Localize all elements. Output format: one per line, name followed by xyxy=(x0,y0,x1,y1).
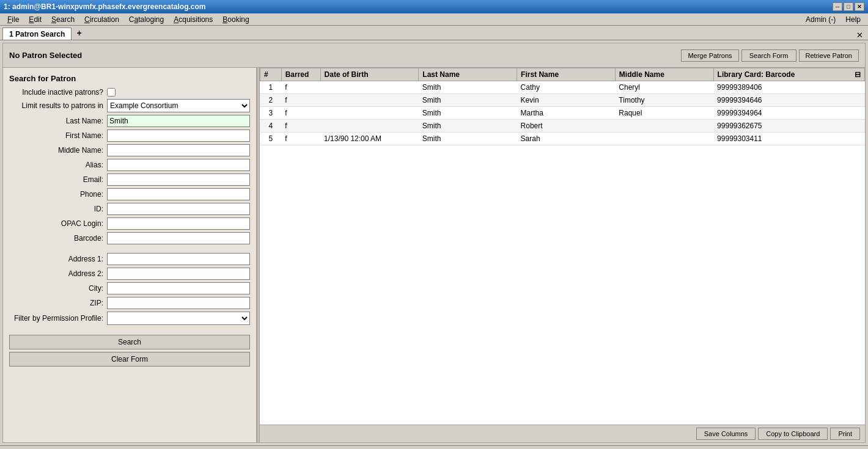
cell-barred: f xyxy=(281,133,320,145)
cell-barred: f xyxy=(281,120,320,133)
cell-barcode: 99999389406 xyxy=(713,81,864,94)
results-table: # Barred Date of Birth Last Name First N… xyxy=(260,68,865,145)
address1-input[interactable] xyxy=(107,253,250,265)
form-row-id: ID: xyxy=(9,203,250,215)
permission-select[interactable] xyxy=(107,312,250,325)
form-row-barcode: Barcode: xyxy=(9,232,250,244)
table-row[interactable]: 2 f Smith Kevin Timothy 99999394646 xyxy=(260,94,865,107)
top-bar-buttons: Merge Patrons Search Form Retrieve Patro… xyxy=(681,49,859,62)
label-opac: OPAC Login: xyxy=(9,219,107,228)
cell-num: 3 xyxy=(260,107,282,120)
title-bar: 1: admin@BR1-winxpvmfx.phasefx.evergreen… xyxy=(0,0,868,13)
col-header-firstname: First Name xyxy=(517,68,616,81)
cell-num: 1 xyxy=(260,81,282,94)
form-row-zip: ZIP: xyxy=(9,297,250,309)
limit-select[interactable]: Example Consortium xyxy=(107,99,250,112)
tab-label: 1 Patron Search xyxy=(9,30,65,38)
opac-login-input[interactable] xyxy=(107,217,250,230)
label-city: City: xyxy=(9,284,107,293)
form-row-city: City: xyxy=(9,282,250,294)
label-id: ID: xyxy=(9,205,107,213)
form-row-address2: Address 2: xyxy=(9,268,250,280)
tab-add-button[interactable]: + xyxy=(73,27,85,39)
top-bar: No Patron Selected Merge Patrons Search … xyxy=(3,43,865,68)
cell-barcode: 99999394964 xyxy=(713,107,864,120)
copy-clipboard-button[interactable]: Copy to Clipboard xyxy=(758,428,828,440)
last-name-input[interactable] xyxy=(107,115,250,127)
address2-input[interactable] xyxy=(107,268,250,280)
label-zip: ZIP: xyxy=(9,299,107,307)
menu-edit[interactable]: Edit xyxy=(24,14,46,25)
menu-circulation[interactable]: Circulation xyxy=(79,14,124,25)
zip-input[interactable] xyxy=(107,297,250,309)
search-panel-title: Search for Patron xyxy=(9,74,250,83)
email-input[interactable] xyxy=(107,173,250,186)
results-panel: # Barred Date of Birth Last Name First N… xyxy=(260,68,865,442)
inactive-checkbox[interactable] xyxy=(107,88,116,97)
label-phone: Phone: xyxy=(9,190,107,199)
help-link[interactable]: Help xyxy=(845,15,861,24)
admin-link[interactable]: Admin (-) xyxy=(806,15,836,24)
tab-patron-search[interactable]: 1 Patron Search xyxy=(2,27,72,40)
print-button[interactable]: Print xyxy=(830,428,860,440)
cell-firstname: Robert xyxy=(517,120,616,133)
table-row[interactable]: 5 f 1/13/90 12:00 AM Smith Sarah 9999930… xyxy=(260,133,865,145)
col-header-num: # xyxy=(260,68,282,81)
menu-cataloging[interactable]: Cataloging xyxy=(124,14,169,25)
alias-input[interactable] xyxy=(107,159,250,171)
retrieve-patron-button[interactable]: Retrieve Patron xyxy=(799,49,859,62)
city-input[interactable] xyxy=(107,282,250,294)
form-row-inactive: Include inactive patrons? xyxy=(9,88,250,97)
col-resize-icon[interactable]: ⊟ xyxy=(855,70,861,79)
minimize-button[interactable]: ─ xyxy=(833,2,842,11)
merge-patrons-button[interactable]: Merge Patrons xyxy=(681,49,738,62)
main-content: No Patron Selected Merge Patrons Search … xyxy=(2,43,866,443)
results-body: 1 f Smith Cathy Cheryl 99999389406 2 f S… xyxy=(260,81,865,145)
table-row[interactable]: 1 f Smith Cathy Cheryl 99999389406 xyxy=(260,81,865,94)
col-header-barcode: Library Card: Barcode ⊟ xyxy=(713,68,864,81)
col-header-dob: Date of Birth xyxy=(320,68,419,81)
cell-num: 2 xyxy=(260,94,282,107)
menu-booking[interactable]: Booking xyxy=(218,14,254,25)
menu-file[interactable]: File xyxy=(2,14,24,25)
cell-firstname: Kevin xyxy=(517,94,616,107)
col-header-barred: Barred xyxy=(281,68,320,81)
label-permission: Filter by Permission Profile: xyxy=(9,314,107,323)
title-bar-buttons: ─ □ ✕ xyxy=(833,2,864,11)
cell-num: 5 xyxy=(260,133,282,145)
cell-lastname: Smith xyxy=(419,81,517,94)
results-scroll[interactable]: # Barred Date of Birth Last Name First N… xyxy=(260,68,865,425)
menu-bar: File Edit Search Circulation Cataloging … xyxy=(0,13,868,26)
phone-input[interactable] xyxy=(107,188,250,200)
search-form-button[interactable]: Search Form xyxy=(741,49,796,62)
form-row-email: Email: xyxy=(9,173,250,186)
content-split: Search for Patron Include inactive patro… xyxy=(3,68,865,442)
first-name-input[interactable] xyxy=(107,130,250,142)
table-row[interactable]: 3 f Smith Martha Raquel 99999394964 xyxy=(260,107,865,120)
save-columns-button[interactable]: Save Columns xyxy=(696,428,756,440)
table-header-row: # Barred Date of Birth Last Name First N… xyxy=(260,68,865,81)
cell-barcode: 99999394646 xyxy=(713,94,864,107)
form-row-alias: Alias: xyxy=(9,159,250,171)
window-close-icon[interactable]: ✕ xyxy=(856,31,863,40)
cell-middlename: Raquel xyxy=(615,107,713,120)
cell-dob xyxy=(320,81,419,94)
clear-form-button[interactable]: Clear Form xyxy=(9,352,250,367)
search-button[interactable]: Search xyxy=(9,335,250,349)
table-row[interactable]: 4 f Smith Robert 99999362675 xyxy=(260,120,865,133)
cell-dob xyxy=(320,107,419,120)
middle-name-input[interactable] xyxy=(107,144,250,156)
admin-area: Admin (-) Help xyxy=(806,15,866,24)
maximize-button[interactable]: □ xyxy=(844,2,853,11)
menu-acquisitions[interactable]: Acquisitions xyxy=(169,14,218,25)
form-row-phone: Phone: xyxy=(9,188,250,200)
cell-firstname: Cathy xyxy=(517,81,616,94)
close-button[interactable]: ✕ xyxy=(855,2,864,11)
search-buttons: Search Clear Form xyxy=(9,335,250,367)
barcode-input[interactable] xyxy=(107,232,250,244)
label-email: Email: xyxy=(9,175,107,184)
menu-search[interactable]: Search xyxy=(46,14,79,25)
form-row-address1: Address 1: xyxy=(9,253,250,265)
cell-middlename xyxy=(615,133,713,145)
id-input[interactable] xyxy=(107,203,250,215)
